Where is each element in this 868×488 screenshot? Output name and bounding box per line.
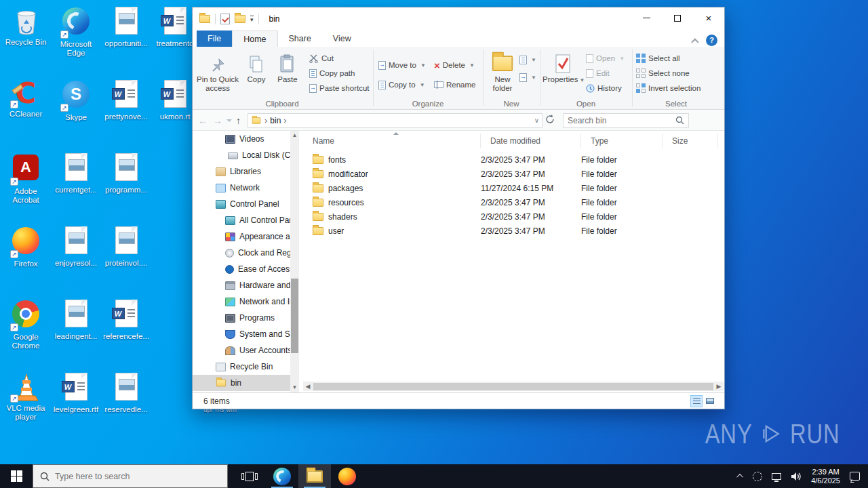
recent-locations-icon[interactable]	[226, 119, 232, 122]
new-folder-button[interactable]: Newfolder	[484, 50, 521, 93]
delete-button[interactable]: × Delete▼	[434, 58, 475, 72]
file-row-shaders[interactable]: shaders 2/3/2025 3:47 PMFile folder	[303, 209, 724, 224]
rename-button[interactable]: Rename	[434, 78, 475, 92]
desktop-icon-programm[interactable]: programm...	[102, 152, 151, 195]
desktop-icon-skype[interactable]: S ↗ Skype	[52, 79, 100, 122]
paste-shortcut-button[interactable]: Paste shortcut	[309, 81, 370, 95]
close-button[interactable]: ×	[693, 7, 724, 28]
file-row-fonts[interactable]: fonts 2/3/2025 3:47 PMFile folder	[303, 152, 724, 167]
sidebar-item-recycle-bin[interactable]: Recycle Bin	[193, 359, 290, 375]
column-header-size[interactable]: Size	[663, 134, 718, 148]
breadcrumb-folder[interactable]: bin	[270, 116, 281, 125]
taskbar-search-input[interactable]	[55, 472, 220, 481]
desktop-icon-recycle-bin[interactable]: Recycle Bin	[1, 5, 50, 47]
sidebar-item-network-internet[interactable]: Network and In	[193, 293, 290, 310]
desktop-icon-adobe-acrobat[interactable]: A ↗ Adobe Acrobat	[1, 152, 50, 205]
select-none-button[interactable]: Select none	[636, 66, 690, 80]
minimize-button[interactable]	[631, 7, 662, 28]
file-row-modificator[interactable]: modificator 2/3/2025 3:47 PMFile folder	[303, 167, 724, 181]
desktop-icon-vlc[interactable]: ↗ VLC media player	[1, 371, 50, 422]
forward-icon[interactable]: →	[213, 115, 222, 126]
address-dropdown-icon[interactable]: ∨	[534, 117, 539, 124]
volume-icon[interactable]	[791, 472, 802, 481]
properties-button[interactable]: Properties▼	[542, 50, 583, 85]
sidebar-item-bin[interactable]: bin	[193, 375, 290, 391]
qat-new-folder-icon[interactable]	[235, 15, 245, 23]
tab-share[interactable]: Share	[278, 30, 322, 47]
sidebar-item-control-panel[interactable]: Control Panel	[193, 196, 290, 212]
pin-to-quick-access-button[interactable]: Pin to Quickaccess	[197, 50, 239, 93]
desktop-icon-leadingent[interactable]: leadingent...	[52, 298, 100, 341]
meet-now-icon[interactable]	[753, 472, 762, 481]
taskbar-file-explorer-button[interactable]	[298, 464, 331, 488]
desktop-icon-google-chrome[interactable]: ↗ Google Chrome	[1, 298, 50, 350]
maximize-button[interactable]	[662, 7, 693, 28]
large-icons-view-button[interactable]	[704, 395, 716, 407]
cut-button[interactable]: Cut	[309, 52, 334, 65]
history-button[interactable]: History	[586, 81, 622, 95]
desktop-icon-prettynove[interactable]: W prettynove...	[102, 79, 151, 121]
move-to-button[interactable]: Move to▼	[378, 58, 426, 72]
file-row-packages[interactable]: packages 11/27/2024 6:15 PMFile folder	[303, 181, 724, 195]
column-header-date-modified[interactable]: Date modified	[481, 134, 581, 148]
desktop-icon-microsoft-edge[interactable]: ↗ Microsoft Edge	[52, 5, 100, 58]
up-icon[interactable]: ↑	[236, 115, 241, 126]
scroll-right-icon[interactable]: ▶	[714, 383, 724, 390]
search-input[interactable]	[568, 116, 675, 125]
sidebar-item-clock-region[interactable]: Clock and Regi	[193, 245, 290, 261]
new-item-button[interactable]: ▼	[519, 53, 536, 66]
qat-properties-icon[interactable]	[220, 14, 230, 24]
scroll-down-icon[interactable]: ▼	[290, 383, 299, 392]
column-header-type[interactable]: Type	[581, 134, 663, 148]
tab-view[interactable]: View	[322, 30, 362, 47]
sidebar-item-ease-of-access[interactable]: Ease of Access	[193, 261, 290, 277]
column-header-name[interactable]: Name	[303, 134, 481, 148]
search-box[interactable]	[563, 113, 689, 128]
easy-access-button[interactable]: ▼	[519, 70, 536, 84]
hidden-icons-chevron-icon[interactable]	[736, 474, 743, 481]
select-all-button[interactable]: Select all	[636, 52, 680, 65]
copy-to-button[interactable]: Copy to▼	[378, 78, 425, 92]
network-icon[interactable]	[772, 473, 781, 480]
details-view-button[interactable]	[690, 395, 703, 407]
invert-selection-button[interactable]: Invert selection	[636, 81, 701, 95]
action-center-icon[interactable]	[850, 472, 860, 481]
sidebar-item-local-disk[interactable]: Local Disk (C:)	[193, 147, 290, 163]
file-row-user[interactable]: user 2/3/2025 3:47 PMFile folder	[303, 224, 724, 238]
title-bar[interactable]: ▾ bin ×	[193, 7, 724, 30]
sidebar-item-user-accounts[interactable]: User Accounts	[193, 342, 290, 359]
desktop-icon-levelgreen[interactable]: W levelgreen.rtf	[52, 371, 100, 414]
tab-file[interactable]: File	[197, 30, 232, 47]
sidebar-item-appearance[interactable]: Appearance an	[193, 228, 290, 245]
taskbar-firefox-button[interactable]	[331, 464, 363, 488]
desktop-icon-firefox[interactable]: ↗ Firefox	[1, 225, 50, 268]
scroll-left-icon[interactable]: ◀	[303, 383, 313, 390]
desktop-icon-proteinvol[interactable]: proteinvol....	[102, 225, 151, 268]
sidebar-item-videos[interactable]: Videos	[193, 131, 290, 147]
copy-path-button[interactable]: Copy path	[309, 66, 355, 80]
desktop-icon-reservedle[interactable]: reservedle...	[102, 371, 151, 414]
sidebar-item-system-security[interactable]: System and Se	[193, 326, 290, 342]
task-view-button[interactable]	[233, 464, 266, 488]
desktop-icon-opportuniti[interactable]: opportuniti...	[102, 5, 151, 48]
scroll-up-icon[interactable]: ▲	[290, 131, 299, 140]
sidebar-item-network[interactable]: Network	[193, 180, 290, 196]
sidebar-item-programs[interactable]: Programs	[193, 310, 290, 326]
qat-customize-icon[interactable]: ▾	[250, 16, 254, 22]
desktop-icon-referencefe[interactable]: W referencefe...	[102, 298, 151, 341]
taskbar-search[interactable]	[33, 464, 228, 488]
taskbar-clock[interactable]: 2:39 AM 4/6/2025	[811, 468, 840, 485]
paste-button[interactable]: Paste	[273, 50, 302, 84]
sidebar-item-libraries[interactable]: Libraries	[193, 163, 290, 180]
address-bar[interactable]: › bin › ∨	[248, 113, 542, 128]
desktop-icon-ccleaner[interactable]: C ↗ CCleaner	[1, 79, 50, 119]
sidebar-scrollbar[interactable]: ▲ ▼	[290, 131, 299, 392]
copy-button[interactable]: Copy	[241, 50, 271, 84]
file-row-resources[interactable]: resources 2/3/2025 3:47 PMFile folder	[303, 195, 724, 209]
help-icon[interactable]: ?	[706, 35, 717, 46]
back-icon[interactable]: ←	[198, 115, 208, 126]
scrollbar-thumb[interactable]	[291, 279, 298, 353]
start-button[interactable]	[0, 464, 33, 488]
desktop-icon-currentget[interactable]: currentget...	[52, 152, 100, 195]
desktop-icon-enjoyresol[interactable]: enjoyresol...	[52, 225, 100, 268]
